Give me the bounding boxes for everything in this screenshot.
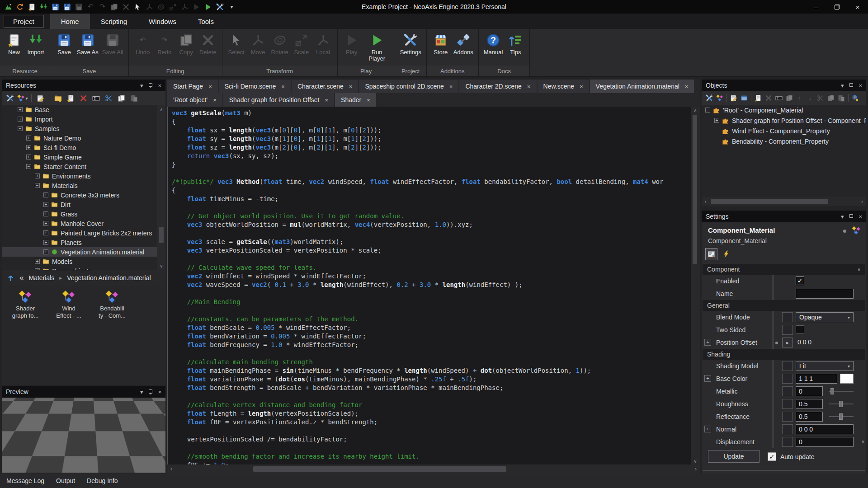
default-value-box[interactable] <box>782 374 793 384</box>
expander-icon[interactable]: + <box>43 230 48 235</box>
scrollbar-thumb[interactable] <box>159 227 164 243</box>
object-tree-item-bendability-component-property[interactable]: Bendability - Component_Property <box>702 136 866 146</box>
objects-settings-icon[interactable] <box>705 94 714 103</box>
tab-close-icon[interactable]: × <box>325 97 329 103</box>
shading-model-dropdown[interactable]: Lit▾ <box>796 361 854 371</box>
resource-tree-item-vegetation-animation-material[interactable]: +Vegetation Animation.material <box>2 247 165 257</box>
status-tab-message-log[interactable]: Message Log <box>6 477 44 484</box>
document-tab-spaceship-control-2d-scene[interactable]: Spaceship control 2D.scene× <box>359 80 458 93</box>
resources-settings-icon[interactable] <box>5 93 15 103</box>
expander-icon[interactable]: + <box>704 375 711 382</box>
expander-icon[interactable]: + <box>43 240 48 245</box>
expander-icon[interactable]: − <box>35 183 40 188</box>
expander-icon[interactable]: + <box>35 174 40 178</box>
menu-item-windows[interactable]: Windows <box>138 14 187 29</box>
preview-pin-icon[interactable] <box>148 389 152 394</box>
document-tab-vegetation-animation-material[interactable]: Vegetation Animation.material× <box>590 80 694 93</box>
resource-item-bendabili-ty-com[interactable]: Bendability - Com... <box>92 290 132 319</box>
expander-icon[interactable]: + <box>43 192 48 197</box>
roughness-input[interactable]: 0.5 <box>796 399 823 409</box>
material-preview-viewport[interactable] <box>2 398 165 473</box>
expander-icon[interactable]: − <box>18 126 23 131</box>
resources-copy-icon[interactable] <box>116 93 126 103</box>
close-button[interactable]: × <box>847 0 868 14</box>
slider-handle[interactable] <box>839 401 843 407</box>
ribbon-button-run-player[interactable]: Run Player <box>363 33 391 62</box>
scrollbar-thumb[interactable] <box>693 115 697 264</box>
resources-tree-scrollbar[interactable]: ∧ ∨ <box>157 105 165 270</box>
resource-tree-item-environments[interactable]: +Environments <box>2 171 165 181</box>
editor-tab-shader-graph-for-position-offset[interactable]: Shader graph for Position Offset× <box>223 93 334 107</box>
import-icon[interactable] <box>40 3 47 11</box>
enabled-checkbox[interactable]: ✓ <box>796 277 804 285</box>
neoaxis-logo-icon[interactable] <box>5 3 12 11</box>
settings-collapse-button[interactable]: ▾ <box>841 214 844 220</box>
document-tab-new-scene[interactable]: New.scene× <box>538 80 589 93</box>
resources-new-folder-icon[interactable]: ★ <box>53 93 63 103</box>
expander-icon[interactable]: − <box>26 164 31 169</box>
expander-icon[interactable]: + <box>26 145 31 150</box>
resource-tree-item-manhole-cover[interactable]: +Manhole Cover <box>2 219 165 228</box>
menu-item-project[interactable]: Project <box>4 15 44 28</box>
status-tab-output[interactable]: Output <box>56 477 75 484</box>
document-tab-sci-fi-demo-scene[interactable]: Sci-fi Demo.scene× <box>219 80 291 93</box>
metallic-input[interactable]: 0 <box>796 386 823 396</box>
save-icon[interactable] <box>52 3 59 11</box>
expander-icon[interactable]: + <box>43 249 48 254</box>
minimize-button[interactable]: – <box>806 0 826 14</box>
ribbon-button-manual[interactable]: ?Manual <box>482 33 505 56</box>
breadcrumb-segment-materials[interactable]: Materials <box>28 274 54 282</box>
objects-pin-icon[interactable] <box>849 83 853 88</box>
ribbon-button-tips[interactable]: Tips <box>505 33 526 56</box>
ribbon-button-save[interactable]: Save <box>54 33 75 56</box>
default-value-box[interactable] <box>782 312 793 322</box>
ribbon-button-save-as[interactable]: Save As <box>75 33 100 56</box>
reload-icon[interactable] <box>16 3 24 11</box>
object-tree-item-root-component-material[interactable]: −'Root' - Component_Material <box>702 105 866 115</box>
expander-icon[interactable]: + <box>714 118 719 123</box>
resource-tree-item-simple-game[interactable]: +Simple Game <box>2 152 165 162</box>
restore-button[interactable] <box>826 0 847 14</box>
color-swatch[interactable] <box>840 374 854 384</box>
base-color-input[interactable]: 1 1 1 <box>796 374 837 384</box>
resources-filter-components-icon[interactable]: ▾ <box>18 93 28 103</box>
tab-close-icon[interactable]: × <box>349 83 353 90</box>
default-value-box[interactable] <box>782 437 793 447</box>
default-value-box[interactable] <box>782 399 793 409</box>
default-value-box[interactable] <box>782 325 793 335</box>
scroll-left-icon[interactable]: ‹ <box>702 198 710 205</box>
tab-close-icon[interactable]: × <box>367 97 370 103</box>
ribbon-button-settings[interactable]: Settings <box>399 33 423 56</box>
scroll-down-icon[interactable]: ∨ <box>160 262 163 269</box>
slider-handle[interactable] <box>830 388 834 394</box>
resource-tree-item-scene-objects[interactable]: +Scene objects <box>2 266 165 270</box>
resource-item-shader-graph-fo[interactable]: Shadergraph fo... <box>5 290 45 319</box>
resources-new-resource-icon[interactable]: ★ <box>66 93 75 103</box>
expand-value-button[interactable]: ▸ <box>782 338 793 347</box>
menu-item-home[interactable]: Home <box>50 14 90 29</box>
settings-close-button[interactable]: × <box>859 214 862 220</box>
objects-open-in-window-icon[interactable] <box>740 94 749 103</box>
settings-icon[interactable] <box>216 3 224 11</box>
object-tree-item-wind-effect-component-property[interactable]: Wind Effect - Component_Property <box>702 126 866 136</box>
expander-icon[interactable]: + <box>26 155 31 160</box>
expander-icon[interactable]: + <box>43 211 48 216</box>
tab-close-icon[interactable]: × <box>449 83 453 90</box>
objects-new-object-icon[interactable]: ★ <box>754 94 763 103</box>
ribbon-button-store[interactable]: Store <box>430 33 451 56</box>
name-input[interactable] <box>796 289 854 299</box>
tab-close-icon[interactable]: × <box>213 97 217 103</box>
document-tab-character-2d-scene[interactable]: Character 2D.scene× <box>459 80 536 93</box>
preview-close-button[interactable]: × <box>158 389 161 395</box>
default-value-box[interactable] <box>782 412 793 422</box>
resources-rename-icon[interactable] <box>91 93 101 103</box>
resource-tree-item-starter-content[interactable]: −Starter Content <box>2 162 165 171</box>
editor-tab-shader[interactable]: Shader× <box>335 93 376 107</box>
scroll-right-icon[interactable]: › <box>692 466 700 472</box>
expander-icon[interactable]: + <box>18 117 23 122</box>
preview-collapse-button[interactable]: ▾ <box>140 389 143 395</box>
scroll-down-icon[interactable]: ∨ <box>861 439 865 445</box>
settings-events-tab[interactable] <box>720 248 732 260</box>
blend-mode-dropdown[interactable]: Opaque▾ <box>796 312 854 322</box>
resource-tree-item-import[interactable]: +Import <box>2 114 165 124</box>
